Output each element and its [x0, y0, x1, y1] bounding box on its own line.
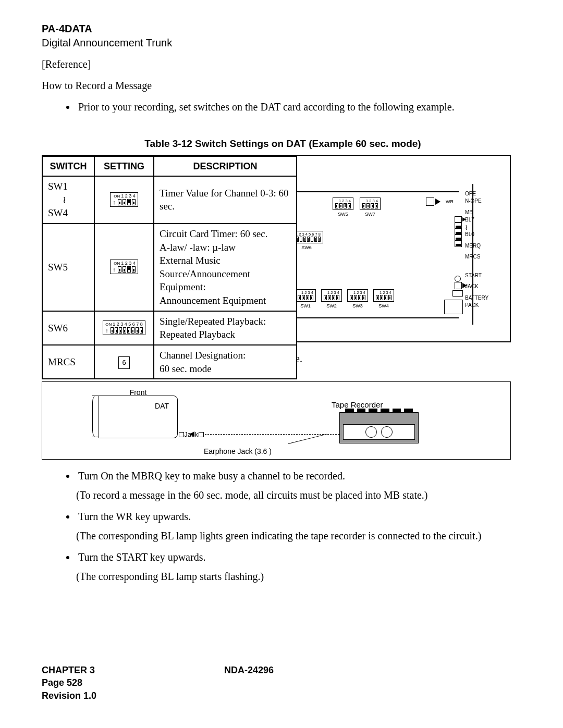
- table-caption: Table 3-12 Switch Settings on DAT (Examp…: [42, 137, 524, 151]
- dip-slot-icon: [127, 199, 131, 205]
- dip-slot-icon: [298, 295, 301, 300]
- dip-slot-icon: [303, 237, 306, 242]
- dip-icon: ON1 2 3 4 ↑: [110, 260, 138, 274]
- footer-revision: Revision 1.0: [42, 689, 524, 702]
- dip-icon: 1 2 3 4: [347, 289, 368, 302]
- front-label: Front: [130, 388, 147, 398]
- footer-page: Page 528: [42, 676, 524, 689]
- sw-label: ≀: [63, 193, 89, 207]
- dip-slot-icon: [311, 237, 313, 242]
- step-sub: (The corresponding BL lamp starts flashi…: [76, 570, 524, 584]
- dip-slot-icon: [127, 327, 130, 334]
- desc-line: Repeated Playback: [160, 328, 291, 341]
- dip-slot-icon: [358, 295, 361, 300]
- desc-line: Announcement Equipment: [160, 294, 291, 307]
- dip-slot-icon: [307, 237, 310, 242]
- plug-icon: [199, 432, 204, 437]
- sw-label: SW6: [42, 311, 94, 345]
- reel-icon: [381, 426, 393, 438]
- footer-doc: NDA-24296: [224, 664, 274, 676]
- dip-label: SW1: [300, 303, 311, 309]
- desc-line: Channel Designation:: [160, 349, 291, 362]
- page-subtitle: Digital Announcement Trunk: [42, 36, 524, 50]
- reel-icon: [365, 426, 377, 438]
- dip-slot-icon: [332, 295, 335, 300]
- dip-slot-icon: [300, 237, 302, 242]
- plug-icon: [179, 432, 184, 437]
- reference-label: [Reference]: [42, 57, 524, 71]
- dip-slot-icon: [310, 295, 313, 300]
- table-row: SW1 ≀ SW4 ON1 2 3 4 ↑ Timer Value for Ch…: [42, 176, 297, 224]
- mrcs-lamp-icon: [455, 276, 461, 282]
- dat-box: Front DAT Jack: [99, 396, 178, 438]
- dip-icon: 1 2 3 4: [295, 289, 316, 302]
- howto-heading: How to Record a Message: [42, 79, 524, 93]
- dip-label: SW6: [301, 244, 312, 251]
- th-description: DESCRIPTION: [154, 156, 297, 176]
- steps-list: Turn the WR key upwards.: [42, 510, 524, 524]
- dip-slot-icon: [354, 295, 357, 300]
- earphone-label: Earphone Jack (3.6 ): [204, 447, 272, 456]
- cable-icon: [205, 434, 339, 435]
- footer-chapter: CHAPTER 3: [42, 664, 524, 676]
- dip-icon: 1 2 3 4: [360, 198, 381, 211]
- page-title: PA-4DATA: [42, 22, 524, 36]
- step-bullet: Turn the WR key upwards.: [76, 510, 524, 524]
- dip-slot-icon: [123, 266, 126, 273]
- desc-line: External Music Source/Announcement Equip…: [160, 254, 291, 294]
- triangle-right-icon: [462, 217, 466, 221]
- intro-list: Prior to your recording, set switches on…: [42, 100, 524, 114]
- play-icon: [436, 199, 443, 205]
- dip-slot-icon: [132, 199, 136, 205]
- square-icon: [426, 198, 434, 206]
- dip-slot-icon: [362, 295, 365, 300]
- dip-slot-icon: [118, 266, 121, 273]
- triangle-right-icon: [462, 283, 467, 288]
- footer: CHAPTER 3 Page 528 Revision 1.0 NDA-2429…: [42, 664, 524, 702]
- arrow-up-icon: ↑: [105, 328, 108, 334]
- dip-slot-icon: [119, 327, 122, 334]
- sw-label: SW4: [48, 206, 89, 220]
- th-setting: SETTING: [94, 156, 154, 176]
- dip-slot-icon: [324, 295, 327, 300]
- dip-slot-icon: [118, 199, 121, 205]
- dip-slot-icon: [131, 327, 134, 334]
- dat-label: DAT: [155, 401, 169, 411]
- dip-slot-icon: [362, 203, 365, 208]
- desc-line: A-law/ -law: µ-law: [160, 241, 291, 254]
- desc-cell: Timer Value for Channel 0-3: 60 sec.: [154, 176, 297, 224]
- board-wrap: OPE N-OPE MB BL7 ≀ BL0 MBRQ MRCS START J…: [265, 155, 511, 342]
- dip-slot-icon: [123, 199, 126, 205]
- dip-slot-icon: [111, 327, 114, 334]
- wr-key: WR: [426, 198, 454, 206]
- dip-slot-icon: [339, 203, 342, 208]
- dip-slot-icon: [336, 295, 339, 300]
- side-stack: [455, 216, 463, 246]
- tape-recorder-icon: [339, 412, 419, 443]
- mrcs-value-icon: 6: [118, 356, 129, 369]
- battery-pack-icon: [444, 300, 463, 314]
- steps-list: Turn the START key upwards.: [42, 550, 524, 564]
- tape-figure: Front DAT Jack Earphone Jack (3.6 ) Tape…: [42, 381, 511, 460]
- steps-list: Turn On the MBRQ key to make busy a chan…: [42, 469, 524, 483]
- dip-slot-icon: [328, 295, 331, 300]
- table-row: SW5 ON1 2 3 4 ↑ Circuit Card Timer: 60 s…: [42, 224, 297, 311]
- dip-label: SW7: [365, 211, 375, 217]
- dip-slot-icon: [132, 266, 136, 273]
- dip-slot-icon: [380, 295, 383, 300]
- dip-icon: ON1 2 3 4 5 6 7 8 ↑: [103, 320, 145, 335]
- dip-slot-icon: [376, 295, 379, 300]
- dip-slot-icon: [335, 203, 338, 208]
- arrow-up-icon: ↑: [113, 200, 116, 205]
- dip-slot-icon: [348, 203, 351, 208]
- board-outline: WR 1 2 3 4SW51 2 3 4SW7 1 2 3 4 5 6 7 8S…: [275, 191, 459, 318]
- jack-icon: [452, 290, 463, 297]
- dip-icon: ON1 2 3 4 ↑: [110, 192, 138, 207]
- step-sub: (The corresponding BL lamp lights green …: [76, 529, 524, 543]
- intro-bullet: Prior to your recording, set switches on…: [76, 100, 524, 114]
- dip-slot-icon: [123, 327, 126, 334]
- dip-slot-icon: [140, 327, 143, 334]
- dip-slot-icon: [115, 327, 118, 334]
- table-row: MRCS 6 Channel Designation: 60 sec. mode: [42, 345, 297, 379]
- dip-slot-icon: [314, 237, 317, 242]
